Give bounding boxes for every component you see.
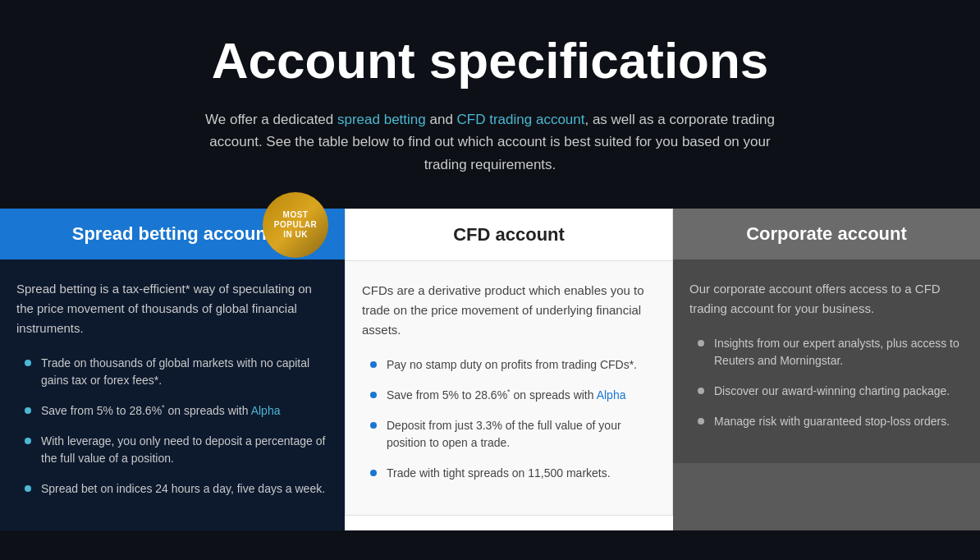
bullet-text: Discover our award-winning charting pack… bbox=[714, 383, 950, 400]
corporate-header: Corporate account bbox=[673, 209, 980, 259]
bullet-text: Trade on thousands of global markets wit… bbox=[41, 355, 328, 389]
subtitle-text1: We offer a dedicated bbox=[205, 112, 337, 127]
subtitle: We offer a dedicated spread betting and … bbox=[203, 108, 777, 176]
bullet-icon bbox=[698, 388, 704, 394]
list-item: Trade on thousands of global markets wit… bbox=[16, 355, 328, 389]
bullet-icon bbox=[25, 407, 31, 414]
corporate-intro: Our corporate account offers access to a… bbox=[689, 279, 964, 319]
bullet-icon bbox=[25, 360, 31, 366]
list-item: Trade with tight spreads on 11,500 marke… bbox=[362, 465, 656, 482]
corporate-column: Corporate account Our corporate account … bbox=[673, 209, 980, 530]
header-section: Account specifications We offer a dedica… bbox=[0, 0, 980, 209]
list-item: With leverage, you only need to deposit … bbox=[16, 433, 328, 467]
subtitle-text2: and bbox=[426, 112, 457, 127]
bullet-icon bbox=[370, 361, 377, 368]
bullet-text: Pay no stamp duty on profits from tradin… bbox=[387, 356, 637, 374]
bullet-text: With leverage, you only need to deposit … bbox=[41, 433, 328, 467]
spread-betting-header: Spread betting account MOSTPOPULARIN UK bbox=[0, 209, 345, 259]
bullet-text: Deposit from just 3.3% of the full value… bbox=[387, 417, 656, 452]
list-item: Manage risk with guaranteed stop-loss or… bbox=[689, 413, 964, 430]
page-wrapper: Account specifications We offer a dedica… bbox=[0, 0, 980, 560]
bullet-icon bbox=[698, 418, 704, 425]
spread-betting-intro: Spread betting is a tax-efficient* way o… bbox=[16, 279, 328, 338]
list-item: Deposit from just 3.3% of the full value… bbox=[362, 417, 656, 452]
cfd-header: CFD account bbox=[345, 209, 673, 261]
cfd-intro: CFDs are a derivative product which enab… bbox=[362, 281, 656, 340]
spread-betting-link[interactable]: spread betting bbox=[337, 112, 426, 127]
bullet-text: Manage risk with guaranteed stop-loss or… bbox=[714, 413, 950, 430]
bullet-icon bbox=[370, 392, 377, 398]
page-title: Account specifications bbox=[82, 33, 898, 89]
bullet-text: Save from 5% to 28.6%* on spreads with A… bbox=[41, 402, 280, 420]
bullet-text: Spread bet on indices 24 hours a day, fi… bbox=[41, 480, 325, 498]
list-item: Discover our award-winning charting pack… bbox=[689, 383, 964, 400]
list-item: Save from 5% to 28.6%* on spreads with A… bbox=[362, 387, 656, 404]
alpha-link[interactable]: Alpha bbox=[251, 404, 281, 417]
cfd-title: CFD account bbox=[453, 224, 565, 245]
spread-betting-column: Spread betting account MOSTPOPULARIN UK … bbox=[0, 209, 345, 530]
bullet-icon bbox=[370, 422, 377, 429]
alpha-link-cfd[interactable]: Alpha bbox=[597, 388, 626, 402]
corporate-title: Corporate account bbox=[746, 223, 907, 244]
list-item: Insights from our expert analysts, plus … bbox=[689, 335, 964, 370]
list-item: Pay no stamp duty on profits from tradin… bbox=[362, 356, 656, 374]
list-item: Save from 5% to 28.6%* on spreads with A… bbox=[16, 402, 328, 420]
cfd-link[interactable]: CFD trading account bbox=[457, 112, 585, 127]
spread-betting-title: Spread betting account bbox=[72, 223, 272, 244]
bullet-icon bbox=[370, 470, 377, 476]
most-popular-badge: MOSTPOPULARIN UK bbox=[263, 192, 328, 258]
bullet-text: Trade with tight spreads on 11,500 marke… bbox=[387, 465, 611, 482]
bullet-icon bbox=[698, 340, 704, 347]
bullet-text: Insights from our expert analysts, plus … bbox=[714, 335, 964, 370]
bullet-icon bbox=[25, 438, 31, 444]
spread-betting-body: Spread betting is a tax-efficient* way o… bbox=[0, 259, 345, 530]
columns-section: Spread betting account MOSTPOPULARIN UK … bbox=[0, 209, 980, 530]
list-item: Spread bet on indices 24 hours a day, fi… bbox=[16, 480, 328, 498]
bullet-text: Save from 5% to 28.6%* on spreads with A… bbox=[387, 387, 625, 404]
corporate-body: Our corporate account offers access to a… bbox=[673, 259, 980, 463]
bullet-icon bbox=[25, 485, 31, 492]
cfd-body: CFDs are a derivative product which enab… bbox=[345, 261, 673, 516]
cfd-column: CFD account CFDs are a derivative produc… bbox=[345, 209, 673, 530]
